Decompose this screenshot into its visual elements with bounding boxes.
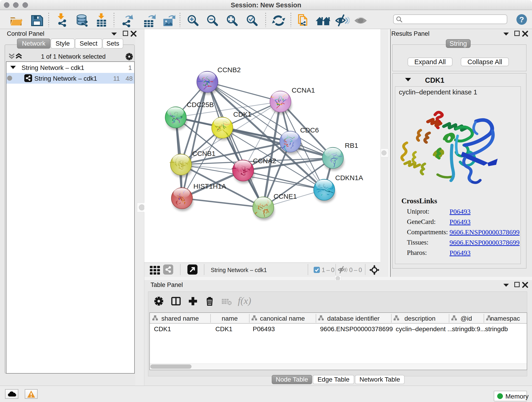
svg-text:HIST1H1A: HIST1H1A [193, 182, 226, 190]
svg-text:CCNB2: CCNB2 [217, 66, 241, 74]
svg-text:CCNB1: CCNB1 [192, 150, 215, 157]
svg-text:CDC25B: CDC25B [187, 101, 214, 108]
svg-text:CCNA2: CCNA2 [253, 157, 276, 165]
svg-text:CDKN1A: CDKN1A [335, 174, 363, 182]
svg-text:CCNA1: CCNA1 [292, 86, 315, 94]
svg-text:RB1: RB1 [345, 142, 358, 149]
svg-text:CDK1: CDK1 [233, 110, 252, 118]
svg-text:CCNE1: CCNE1 [273, 192, 297, 200]
svg-text:CDC6: CDC6 [300, 126, 319, 134]
